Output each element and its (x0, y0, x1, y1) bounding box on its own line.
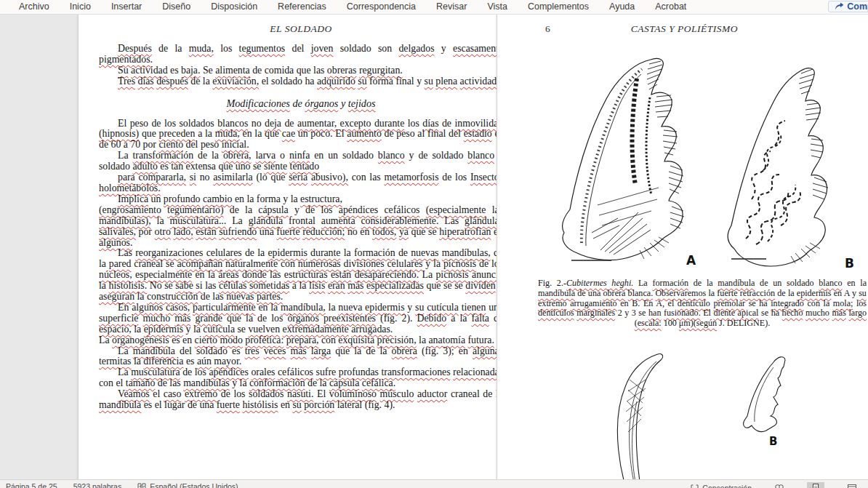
paragraph[interactable]: Tres días después de la exuviación, el s… (99, 76, 503, 87)
figure-2-mandibles: A B (544, 55, 861, 273)
focus-icon (691, 484, 699, 488)
mandible-drawings-soldier-worker-icon: B (564, 349, 848, 480)
share-label: Compartir (847, 1, 868, 12)
read-mode-button[interactable] (771, 482, 788, 488)
left-page-header: EL SOLDADO 5 (99, 23, 503, 35)
right-page-header: 6 CASTAS Y POLIÉTISMO (497, 15, 868, 35)
page-right[interactable]: 6 CASTAS Y POLIÉTISMO (497, 15, 868, 480)
menu-tab-correspondencia[interactable]: Correspondencia (337, 0, 426, 14)
read-mode-icon (775, 484, 784, 488)
paragraph[interactable]: Implica un profundo cambio en la forma y… (99, 194, 503, 205)
paragraph[interactable]: para compararla, si no asimilarla (lo qu… (99, 172, 503, 194)
focus-mode-button[interactable]: Concentración (691, 484, 752, 488)
status-bar: Página 5 de 25 5923 palabras Español (Es… (0, 479, 868, 488)
left-page-body: Después de la muda, los tegumentos del j… (99, 44, 503, 411)
figure-bottom-label-b: B (769, 435, 777, 448)
figure-top-label-a: A (686, 253, 696, 268)
print-layout-icon (812, 484, 819, 488)
menu-tab-ayuda[interactable]: Ayuda (599, 0, 645, 14)
menu-tab-referencias[interactable]: Referencias (268, 0, 337, 14)
print-layout-button[interactable] (807, 482, 824, 488)
paragraph[interactable]: La transformación de la obrera, larva o … (99, 151, 503, 172)
menu-tab-insertar[interactable]: Insertar (101, 0, 152, 14)
figure-2-caption[interactable]: Fig. 2.-Cubitermes heghi. La formación d… (538, 279, 867, 329)
mandible-drawings-ab-icon: A B (544, 55, 861, 273)
menu-tab-vista[interactable]: Vista (477, 0, 518, 14)
figure-top-label-b: B (845, 256, 854, 271)
page-left[interactable]: EL SOLDADO 5 Después de la muda, los teg… (78, 15, 522, 480)
menu-tab-acrobat[interactable]: Acrobat (645, 0, 696, 14)
menu-tab-revisar[interactable]: Revisar (426, 0, 477, 14)
right-running-title: CASTAS Y POLIÉTISMO (561, 23, 808, 35)
paragraph[interactable]: Después de la muda, los tegumentos del j… (99, 44, 503, 65)
paragraph[interactable]: Veamos el caso extremo de los soldados n… (99, 389, 503, 411)
share-button[interactable]: Compartir (828, 1, 868, 12)
ribbon-tab-bar: ArchivoInicioInsertarDiseñoDisposiciónRe… (0, 0, 868, 15)
figure-3-mandibles: B (564, 349, 848, 480)
menu-tab-complementos[interactable]: Complementos (518, 0, 599, 14)
paragraph[interactable]: El peso de los soldados blancos no deja … (99, 119, 503, 151)
menu-tab-diseno[interactable]: Diseño (152, 0, 201, 14)
share-icon (835, 2, 844, 11)
paragraph[interactable]: Las reorganizaciones celulares de la epi… (99, 248, 503, 303)
document-area: EL SOLDADO 5 Después de la muda, los teg… (0, 15, 868, 480)
web-layout-button[interactable] (843, 482, 861, 488)
paragraph[interactable]: La mandíbula del soldado es tres veces m… (99, 346, 503, 368)
paragraph[interactable]: La organogénesis es en cierto modo profé… (99, 335, 503, 346)
status-page-info[interactable]: Página 5 de 25 (6, 482, 57, 488)
menu-tab-archivo[interactable]: Archivo (9, 0, 60, 14)
left-running-title: EL SOLDADO (115, 23, 487, 35)
menu-tab-disposicion[interactable]: Disposición (201, 0, 268, 14)
paragraph[interactable]: En algunos casos, particularmente en la … (99, 303, 503, 335)
right-page-number: 6 (545, 23, 561, 35)
paragraph[interactable]: (engrosamiento tegumentario) de la cápsu… (99, 205, 503, 249)
status-language[interactable]: Español (Estados Unidos) (137, 482, 238, 488)
status-word-count[interactable]: 5923 palabras (73, 482, 122, 488)
proofing-book-icon (137, 483, 146, 488)
web-layout-icon (848, 484, 856, 488)
paragraph[interactable]: Su actividad es baja. Se alimenta de com… (99, 65, 503, 76)
menu-tabs: ArchivoInicioInsertarDiseñoDisposiciónRe… (0, 0, 696, 14)
paragraph[interactable]: La musculatura de los apéndices orales c… (99, 367, 503, 389)
menu-tab-inicio[interactable]: Inicio (60, 0, 101, 14)
section-heading[interactable]: Modificaciones de órganos y tejidos (99, 98, 503, 109)
